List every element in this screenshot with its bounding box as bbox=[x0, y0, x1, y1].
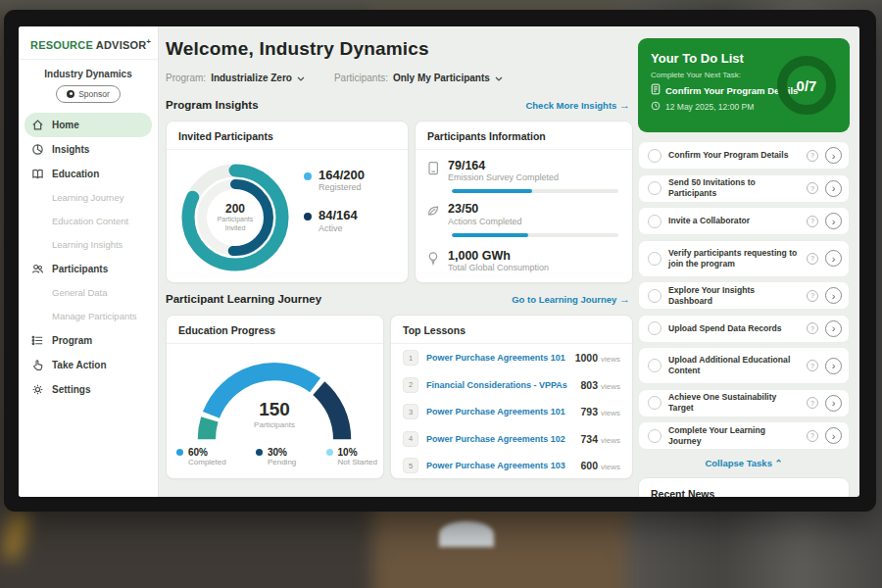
views-count: 803 bbox=[580, 379, 598, 391]
sidebar-item-participants[interactable]: Participants bbox=[24, 257, 152, 281]
sidebar-item-education-content[interactable]: Education Content bbox=[24, 210, 152, 233]
todo-task-row[interactable]: Explore Your Insights Dashboard ? › bbox=[638, 281, 850, 310]
sidebar-item-label: Manage Participants bbox=[52, 311, 137, 321]
info-icon[interactable]: ? bbox=[807, 216, 818, 227]
task-checkbox[interactable] bbox=[648, 252, 662, 266]
chevron-right-button[interactable]: › bbox=[825, 250, 842, 267]
home-icon bbox=[31, 119, 44, 131]
sponsor-icon bbox=[67, 90, 74, 98]
todo-task-row[interactable]: Achieve One Sustainability Target ? › bbox=[638, 389, 850, 417]
todo-task-row[interactable]: Send 50 Invitations to Participants ? › bbox=[638, 174, 850, 203]
lesson-link[interactable]: Power Purchase Agreements 101 bbox=[426, 407, 572, 416]
task-label: Explore Your Insights Dashboard bbox=[668, 285, 800, 306]
program-dropdown[interactable]: Program:Industrialize Zero bbox=[166, 73, 305, 83]
task-checkbox[interactable] bbox=[648, 396, 662, 410]
sidebar-item-program[interactable]: Program bbox=[24, 328, 152, 353]
collapse-tasks-link[interactable]: Collapse Tasks ⌃ bbox=[638, 458, 850, 468]
sidebar-item-manage-participants[interactable]: Manage Participants bbox=[24, 305, 152, 328]
lesson-link[interactable]: Power Purchase Agreements 103 bbox=[426, 461, 572, 470]
todo-task-row[interactable]: Verify participants requesting to join t… bbox=[638, 240, 850, 277]
card-title: Education Progress bbox=[167, 316, 383, 344]
todo-task-row[interactable]: Upload Spend Data Records ? › bbox=[638, 315, 850, 343]
legend-value: 84/164 bbox=[318, 209, 358, 222]
sidebar-item-insights[interactable]: Insights bbox=[24, 137, 152, 162]
task-checkbox[interactable] bbox=[648, 289, 662, 303]
go-to-learning-journey-link[interactable]: Go to Learning Journey → bbox=[512, 293, 630, 305]
task-checkbox[interactable] bbox=[648, 321, 662, 335]
legend-dot bbox=[176, 449, 183, 456]
clock-icon bbox=[651, 101, 661, 113]
participants-value: Only My Participants bbox=[393, 73, 490, 83]
task-checkbox[interactable] bbox=[648, 181, 662, 195]
card-title: Invited Participants bbox=[167, 122, 408, 150]
check-more-insights-link[interactable]: Check More Insights → bbox=[525, 99, 630, 111]
education-gauge-chart: 150 Participants bbox=[180, 345, 368, 447]
legend-item-pending: 30%Pending bbox=[256, 447, 296, 466]
metric-label: Total Global Consumption bbox=[448, 263, 549, 272]
metric-actions: 23/50Actions Completed bbox=[416, 193, 632, 225]
info-icon[interactable]: ? bbox=[807, 397, 818, 409]
views-label: views bbox=[601, 436, 620, 445]
chevron-right-button[interactable]: › bbox=[825, 180, 842, 197]
todo-title: Your To Do List bbox=[651, 51, 744, 66]
todo-task-row[interactable]: Confirm Your Program Details ? › bbox=[638, 141, 850, 170]
chevron-down-icon bbox=[495, 73, 503, 83]
gear-icon bbox=[31, 383, 44, 396]
task-checkbox[interactable] bbox=[648, 215, 662, 228]
legend-label: Completed bbox=[188, 458, 226, 466]
sidebar-item-learning-journey[interactable]: Learning Journey bbox=[24, 186, 152, 210]
sidebar-item-label: Settings bbox=[52, 384, 90, 395]
chevron-right-button[interactable]: › bbox=[825, 147, 842, 164]
legend-item-completed: 60%Completed bbox=[176, 447, 226, 466]
chevron-right-button[interactable]: › bbox=[825, 395, 842, 412]
lesson-row: 1 Power Purchase Agreements 101 1000view… bbox=[391, 344, 632, 371]
task-checkbox[interactable] bbox=[648, 149, 662, 163]
sidebar-item-label: Insights bbox=[52, 144, 89, 155]
donut-legend: 164/200Registered 84/164Active bbox=[304, 169, 365, 233]
info-icon[interactable]: ? bbox=[807, 430, 818, 442]
sidebar-item-home[interactable]: Home bbox=[24, 113, 152, 137]
todo-progress-ring: 0/7 bbox=[775, 54, 838, 117]
todo-task-row[interactable]: Complete Your Learning Journey ? › bbox=[638, 421, 850, 450]
todo-task-row[interactable]: Upload Additional Educational Content ? … bbox=[638, 347, 850, 384]
info-icon[interactable]: ? bbox=[807, 360, 818, 371]
legend-label: Not Started bbox=[338, 458, 377, 466]
monitor-stand bbox=[439, 521, 494, 547]
chevron-right-button[interactable]: › bbox=[825, 427, 842, 444]
task-checkbox[interactable] bbox=[648, 359, 662, 372]
info-icon[interactable]: ? bbox=[807, 290, 818, 302]
chevron-right-button[interactable]: › bbox=[825, 358, 842, 374]
info-icon[interactable]: ? bbox=[807, 150, 818, 162]
sidebar-item-general-data[interactable]: General Data bbox=[24, 281, 152, 305]
metric-emission-survey: 79/164Emission Survey Completed bbox=[416, 150, 632, 182]
info-icon[interactable]: ? bbox=[807, 182, 818, 194]
leaf-icon bbox=[426, 204, 440, 225]
info-icon[interactable]: ? bbox=[807, 253, 818, 265]
todo-task-row[interactable]: Invite a Collaborator ? › bbox=[638, 207, 850, 235]
participants-dropdown[interactable]: Participants:Only My Participants bbox=[334, 73, 503, 83]
task-checkbox[interactable] bbox=[648, 429, 662, 443]
info-icon[interactable]: ? bbox=[807, 322, 818, 334]
lesson-link[interactable]: Financial Considerations - VPPAs bbox=[426, 380, 572, 390]
todo-progress-count: 0/7 bbox=[775, 54, 838, 117]
invited-participants-card: Invited Participants 200 Participants In… bbox=[166, 121, 409, 283]
chevron-right-button[interactable]: › bbox=[825, 320, 842, 337]
chevron-right-button[interactable]: › bbox=[825, 287, 842, 304]
sidebar-item-learning-insights[interactable]: Learning Insights bbox=[24, 233, 152, 257]
metric-consumption: 1,000 GWhTotal Global Consumption bbox=[416, 240, 632, 272]
todo-subtitle: Complete Your Next Task: bbox=[651, 71, 741, 79]
donut-center-value: 200 bbox=[225, 202, 245, 216]
metric-value: 79/164 bbox=[448, 159, 559, 172]
filter-bar: Program:Industrialize Zero Participants:… bbox=[166, 73, 503, 83]
sidebar-item-education[interactable]: Education bbox=[24, 162, 152, 186]
sidebar-item-take-action[interactable]: Take Action bbox=[24, 353, 152, 377]
legend-value: 30% bbox=[268, 447, 296, 458]
bulb-icon bbox=[426, 251, 440, 272]
chevron-right-button[interactable]: › bbox=[825, 213, 842, 229]
lesson-link[interactable]: Power Purchase Agreements 101 bbox=[426, 353, 567, 363]
lesson-link[interactable]: Power Purchase Agreements 102 bbox=[426, 434, 572, 444]
legend-label: Pending bbox=[268, 458, 296, 466]
app-logo[interactable]: RESOURCE ADVISOR+ bbox=[19, 26, 158, 60]
org-name: Industry Dynamics bbox=[19, 69, 158, 79]
sidebar-item-settings[interactable]: Settings bbox=[24, 377, 152, 402]
